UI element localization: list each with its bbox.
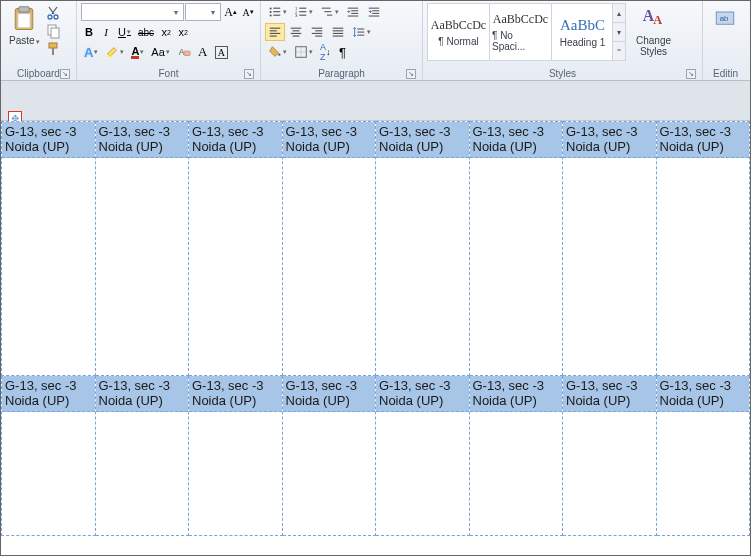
increase-indent-button[interactable] bbox=[364, 3, 384, 21]
clear-formatting-button[interactable]: A bbox=[174, 43, 194, 61]
svg-rect-45 bbox=[312, 33, 323, 34]
table-cell[interactable]: G-13, sec -3Noida (UP) bbox=[189, 122, 283, 376]
document-area[interactable]: G-13, sec -3Noida (UP) G-13, sec -3Noida… bbox=[1, 121, 750, 536]
svg-rect-17 bbox=[273, 15, 280, 16]
table-cell[interactable]: G-13, sec -3Noida (UP) bbox=[469, 122, 563, 376]
svg-point-4 bbox=[54, 15, 58, 19]
style-gallery[interactable]: AaBbCcDc ¶ Normal AaBbCcDc ¶ No Spaci...… bbox=[427, 3, 626, 61]
svg-rect-39 bbox=[291, 28, 302, 29]
change-styles-button[interactable]: AA Change Styles bbox=[632, 3, 675, 59]
gallery-up-button[interactable]: ▴ bbox=[613, 4, 625, 23]
numbering-button[interactable]: 123▾ bbox=[291, 3, 316, 21]
dropdown-icon: ▾ bbox=[94, 48, 98, 56]
decrease-indent-button[interactable] bbox=[343, 3, 363, 21]
table-cell[interactable]: G-13, sec -3Noida (UP) bbox=[656, 122, 750, 376]
svg-rect-9 bbox=[107, 56, 112, 58]
style-normal[interactable]: AaBbCcDc ¶ Normal bbox=[427, 3, 490, 61]
svg-rect-28 bbox=[351, 10, 358, 11]
svg-rect-37 bbox=[270, 33, 281, 34]
selected-table[interactable]: G-13, sec -3Noida (UP) G-13, sec -3Noida… bbox=[1, 121, 750, 536]
align-center-button[interactable] bbox=[286, 23, 306, 41]
svg-rect-50 bbox=[333, 36, 344, 37]
change-case-button[interactable]: Aa▾ bbox=[148, 43, 172, 61]
dialog-launcher-icon[interactable]: ↘ bbox=[406, 69, 416, 79]
group-clipboard: Paste▾ Clipboard↘ bbox=[1, 1, 77, 80]
svg-rect-51 bbox=[357, 29, 364, 30]
font-group-label: Font bbox=[158, 68, 178, 79]
dropdown-icon: ▾ bbox=[120, 48, 124, 56]
table-cell[interactable]: G-13, sec -3Noida (UP) bbox=[282, 376, 376, 536]
gallery-more-button[interactable]: ⁼ bbox=[613, 42, 625, 60]
svg-rect-43 bbox=[312, 28, 323, 29]
svg-rect-41 bbox=[291, 33, 302, 34]
table-cell[interactable]: G-13, sec -3Noida (UP) bbox=[376, 122, 470, 376]
table-cell[interactable]: G-13, sec -3Noida (UP) bbox=[563, 122, 657, 376]
text-effects-button[interactable]: A▾ bbox=[81, 43, 101, 61]
bullets-button[interactable]: ▾ bbox=[265, 3, 290, 21]
svg-text:ab: ab bbox=[720, 14, 729, 23]
grow-font-button[interactable]: A▴ bbox=[222, 3, 239, 21]
dropdown-icon: ▾ bbox=[283, 48, 287, 56]
paste-button[interactable]: Paste▾ bbox=[5, 3, 44, 49]
cut-button[interactable] bbox=[45, 5, 61, 21]
table-row: G-13, sec -3Noida (UP) G-13, sec -3Noida… bbox=[2, 122, 750, 376]
style-no-spacing[interactable]: AaBbCcDc ¶ No Spaci... bbox=[489, 3, 552, 61]
dialog-launcher-icon[interactable]: ↘ bbox=[686, 69, 696, 79]
table-cell[interactable]: G-13, sec -3Noida (UP) bbox=[2, 122, 96, 376]
dropdown-icon: ▾ bbox=[335, 8, 339, 16]
highlight-button[interactable]: ▾ bbox=[102, 43, 127, 61]
gallery-down-button[interactable]: ▾ bbox=[613, 23, 625, 42]
svg-rect-8 bbox=[52, 48, 54, 55]
sort-button[interactable]: AZ↓ bbox=[317, 43, 334, 61]
table-cell[interactable]: G-13, sec -3Noida (UP) bbox=[656, 376, 750, 536]
clipboard-group-label: Clipboard bbox=[17, 68, 60, 79]
show-hide-button[interactable]: ¶ bbox=[335, 43, 351, 61]
group-paragraph: ▾ 123▾ ▾ ▾ ▾ ▾ AZ↓ ¶ bbox=[261, 1, 423, 80]
table-cell[interactable]: G-13, sec -3Noida (UP) bbox=[376, 376, 470, 536]
character-shading-button[interactable]: A bbox=[195, 43, 211, 61]
dialog-launcher-icon[interactable]: ↘ bbox=[60, 69, 70, 79]
dropdown-icon: ▾ bbox=[127, 28, 131, 36]
multilevel-list-button[interactable]: ▾ bbox=[317, 3, 342, 21]
line-spacing-button[interactable]: ▾ bbox=[349, 23, 374, 41]
table-cell[interactable]: G-13, sec -3Noida (UP) bbox=[95, 122, 189, 376]
shading-button[interactable]: ▾ bbox=[265, 43, 290, 61]
editing-group-label: Editin bbox=[713, 68, 738, 79]
superscript-button[interactable]: x2 bbox=[175, 23, 191, 41]
justify-button[interactable] bbox=[328, 23, 348, 41]
italic-button[interactable]: I bbox=[98, 23, 114, 41]
table-cell[interactable]: G-13, sec -3Noida (UP) bbox=[189, 376, 283, 536]
align-left-button[interactable] bbox=[265, 23, 285, 41]
bold-button[interactable]: B bbox=[81, 23, 97, 41]
underline-button[interactable]: U▾ bbox=[115, 23, 134, 41]
character-border-button[interactable]: A bbox=[212, 43, 231, 61]
table-cell[interactable]: G-13, sec -3Noida (UP) bbox=[563, 376, 657, 536]
svg-rect-49 bbox=[333, 33, 344, 34]
svg-rect-53 bbox=[357, 35, 364, 36]
table-cell[interactable]: G-13, sec -3Noida (UP) bbox=[469, 376, 563, 536]
svg-rect-35 bbox=[270, 28, 281, 29]
svg-rect-30 bbox=[348, 16, 359, 17]
strikethrough-button[interactable]: abc bbox=[135, 23, 157, 41]
subscript-button[interactable]: x2 bbox=[158, 23, 174, 41]
table-cell[interactable]: G-13, sec -3Noida (UP) bbox=[95, 376, 189, 536]
format-painter-button[interactable] bbox=[45, 41, 61, 57]
find-button[interactable]: ab bbox=[707, 3, 743, 37]
shrink-font-button[interactable]: A▾ bbox=[240, 3, 256, 21]
font-color-button[interactable]: A▾ bbox=[128, 43, 147, 61]
font-name-combo[interactable]: ▾ bbox=[81, 3, 184, 21]
align-right-button[interactable] bbox=[307, 23, 327, 41]
copy-button[interactable] bbox=[45, 23, 61, 39]
style-heading-1[interactable]: AaBbC Heading 1 bbox=[551, 3, 614, 61]
svg-rect-31 bbox=[369, 8, 380, 9]
font-size-combo[interactable]: ▾ bbox=[185, 3, 221, 21]
borders-button[interactable]: ▾ bbox=[291, 43, 316, 61]
table-cell[interactable]: G-13, sec -3Noida (UP) bbox=[282, 122, 376, 376]
svg-rect-21 bbox=[299, 11, 306, 12]
table-cell[interactable]: G-13, sec -3Noida (UP) bbox=[2, 376, 96, 536]
svg-rect-44 bbox=[315, 30, 322, 31]
dialog-launcher-icon[interactable]: ↘ bbox=[244, 69, 254, 79]
svg-text:3: 3 bbox=[295, 13, 298, 18]
svg-rect-19 bbox=[299, 8, 306, 9]
svg-rect-42 bbox=[293, 36, 300, 37]
